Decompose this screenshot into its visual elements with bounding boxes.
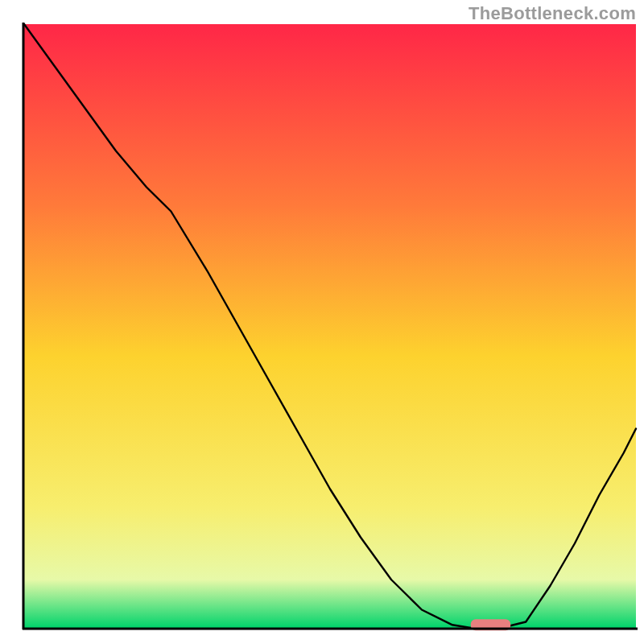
plot-background (24, 24, 636, 628)
chart-container: TheBottleneck.com (0, 0, 644, 644)
watermark-text: TheBottleneck.com (469, 3, 636, 24)
bottleneck-chart (0, 0, 644, 644)
plot-area (24, 24, 636, 630)
